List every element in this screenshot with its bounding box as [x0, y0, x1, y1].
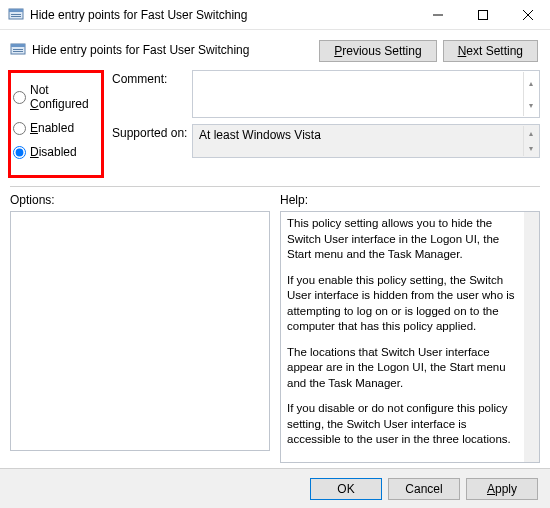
- supported-on-value: At least Windows Vista ▴▾: [192, 124, 540, 158]
- help-box: This policy setting allows you to hide t…: [280, 211, 540, 463]
- maximize-button[interactable]: [460, 0, 505, 29]
- svg-rect-11: [13, 51, 23, 52]
- disabled-radio[interactable]: [13, 146, 26, 159]
- svg-rect-2: [11, 14, 21, 15]
- help-text: This policy setting allows you to hide t…: [287, 216, 523, 263]
- next-setting-button[interactable]: Next Setting: [443, 40, 538, 62]
- not-configured-radio[interactable]: [13, 91, 26, 104]
- app-icon: [8, 7, 24, 23]
- enabled-label[interactable]: Enabled: [30, 121, 74, 135]
- svg-rect-1: [9, 9, 23, 12]
- footer: OK Cancel Apply: [0, 468, 550, 508]
- options-label: Options:: [10, 193, 270, 207]
- minimize-button[interactable]: [415, 0, 460, 29]
- disabled-label[interactable]: Disabled: [30, 145, 77, 159]
- close-button[interactable]: [505, 0, 550, 29]
- comment-label: Comment:: [112, 70, 192, 118]
- previous-setting-button[interactable]: Previous Setting: [319, 40, 436, 62]
- window-title: Hide entry points for Fast User Switchin…: [30, 8, 415, 22]
- ok-button[interactable]: OK: [310, 478, 382, 500]
- enabled-radio[interactable]: [13, 122, 26, 135]
- apply-button[interactable]: Apply: [466, 478, 538, 500]
- svg-rect-3: [11, 16, 21, 17]
- options-box: [10, 211, 270, 451]
- supported-spinner[interactable]: ▴▾: [523, 126, 538, 156]
- cancel-button[interactable]: Cancel: [388, 478, 460, 500]
- titlebar: Hide entry points for Fast User Switchin…: [0, 0, 550, 30]
- svg-rect-5: [478, 10, 487, 19]
- help-text: The locations that Switch User interface…: [287, 345, 523, 392]
- svg-rect-9: [11, 44, 25, 47]
- help-text: If you enable this policy setting, the S…: [287, 273, 523, 335]
- comment-input[interactable]: ▴▾: [192, 70, 540, 118]
- help-label: Help:: [280, 193, 540, 207]
- not-configured-label[interactable]: Not Configured: [30, 83, 97, 111]
- supported-on-label: Supported on:: [112, 124, 192, 158]
- state-radio-group: Not Configured Enabled Disabled: [8, 70, 104, 178]
- svg-rect-10: [13, 49, 23, 50]
- help-text: If you disable or do not configure this …: [287, 401, 523, 448]
- policy-title: Hide entry points for Fast User Switchin…: [32, 43, 249, 57]
- help-scrollbar[interactable]: [524, 212, 539, 462]
- policy-icon: [10, 42, 26, 58]
- splitter: [10, 186, 540, 187]
- comment-spinner[interactable]: ▴▾: [523, 72, 538, 116]
